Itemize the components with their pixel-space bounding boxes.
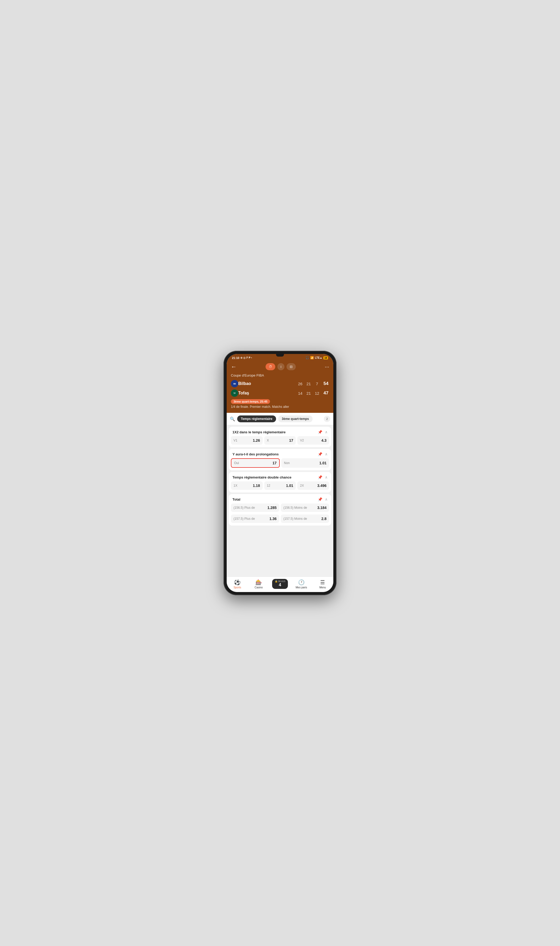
- section-prolongations: Y aura-t-il des prolongations 📌 ∧ Oui 17…: [229, 449, 331, 470]
- tab-scores[interactable]: ⏱: [266, 363, 275, 370]
- info-icon: i: [280, 365, 281, 369]
- chevron-icon-4[interactable]: ∧: [325, 497, 328, 501]
- notification-icons: ⊕ ◎ P ₱ •: [240, 356, 252, 359]
- chevron-icon-3[interactable]: ∧: [325, 475, 328, 479]
- bet-156-plus-value: 1.285: [268, 505, 277, 510]
- section4-header: Total 📌 ∧: [229, 494, 331, 504]
- bet-v1-label: V1: [234, 439, 237, 442]
- more-button[interactable]: ···: [325, 364, 329, 370]
- team1-name: Bilbao: [238, 381, 298, 386]
- bet-oui-value: 17: [272, 461, 277, 465]
- bet-x-label: X: [267, 439, 269, 442]
- headphone-icon: 🎧: [306, 356, 309, 359]
- team2-q1: 14: [298, 391, 303, 396]
- nav-sports[interactable]: ⚽ Sports: [227, 579, 248, 589]
- pin-icon-1[interactable]: 📌: [318, 430, 322, 434]
- bet-badge-container: 🔒 30.615 4: [272, 579, 288, 589]
- tab-info[interactable]: i: [277, 363, 285, 370]
- nav-menu[interactable]: ☰ Menu: [312, 579, 333, 589]
- section-total: Total 📌 ∧ (156.5) Plus de 1.285 (156.5) …: [229, 494, 331, 525]
- search-icon[interactable]: 🔍: [230, 416, 235, 422]
- bet-badge-amount: 🔒 30.615: [275, 580, 286, 582]
- bet-v2-label: V2: [300, 439, 304, 442]
- signal-icons: LTE▲: [315, 356, 322, 359]
- bet-non-value: 1.01: [319, 461, 326, 465]
- team2-total: 47: [323, 390, 329, 396]
- bet-157-plus[interactable]: (157.5) Plus de 1.36: [231, 515, 279, 523]
- camera-notch: [276, 354, 284, 357]
- chevron-icon-1[interactable]: ∧: [325, 430, 328, 434]
- sports-icon: ⚽: [234, 579, 241, 585]
- bet-12-value: 1.01: [286, 484, 293, 488]
- filter-regular-time[interactable]: Temps réglementaire: [237, 416, 276, 422]
- team2-q3: 12: [314, 391, 320, 396]
- team2-name: Tofaş: [238, 391, 298, 396]
- battery-indicator: 19: [323, 356, 328, 359]
- nav-casino[interactable]: 🎰 Casino: [248, 579, 269, 589]
- bet-12[interactable]: 12 1.01: [264, 481, 296, 490]
- pin-icon-2[interactable]: 📌: [318, 452, 322, 456]
- tab-bracket[interactable]: ⊟: [286, 363, 296, 370]
- section1-title: 1X2 dans le temps réglementaire: [232, 430, 318, 434]
- bet-157-moins[interactable]: (157.5) Moins de 2.8: [281, 515, 329, 523]
- bet-non-label: Non: [284, 461, 290, 465]
- mes-paris-label: Mes paris: [296, 586, 307, 589]
- bet-v2[interactable]: V2 4.3: [297, 436, 329, 445]
- time-display: 21:10: [232, 356, 239, 359]
- header-area: ← ⏱ i ⊟ ··· Coupe d'Europe FIBA BB: [227, 361, 333, 413]
- casino-icon: 🎰: [255, 579, 262, 585]
- phone-frame: 21:10 ⊕ ◎ P ₱ • 🎧 📶 LTE▲ 19 ← ⏱: [223, 351, 337, 595]
- section-1x2: 1X2 dans le temps réglementaire 📌 ∧ V1 1…: [229, 427, 331, 447]
- competition-name: Coupe d'Europe FIBA: [231, 373, 329, 377]
- bet-x[interactable]: X 17: [264, 436, 296, 445]
- bet-156-plus-label: (156.5) Plus de: [234, 506, 255, 510]
- bet-156-moins[interactable]: (156.5) Moins de 3.184: [281, 504, 329, 512]
- match-info: 1/4 de finale. Premier match. Matchs all…: [231, 405, 329, 408]
- team1-q1: 26: [298, 382, 303, 386]
- bet-1x-label: 1X: [234, 484, 237, 487]
- mes-paris-icon: 🕐: [298, 579, 305, 585]
- bet-2x[interactable]: 2X 3.496: [297, 481, 329, 490]
- bet-1x[interactable]: 1X 1.18: [231, 481, 263, 490]
- team1-total: 54: [323, 381, 329, 386]
- menu-icon: ☰: [320, 579, 325, 585]
- team2-logo: TF: [231, 390, 238, 397]
- team1-scores: 26 21 7 54: [298, 381, 329, 386]
- status-left: 21:10 ⊕ ◎ P ₱ •: [232, 356, 252, 359]
- bottom-nav: ⚽ Sports 🎰 Casino 🔒 30.615 4 🕐 Mes paris: [227, 576, 333, 592]
- nav-bet-badge[interactable]: 🔒 30.615 4: [269, 579, 291, 589]
- pin-icon-4[interactable]: 📌: [318, 497, 322, 501]
- team1-q3: 7: [314, 382, 320, 386]
- bet-oui[interactable]: Oui 17: [231, 458, 280, 468]
- bet-2x-value: 3.496: [317, 484, 326, 488]
- bet-156-moins-value: 3.184: [317, 505, 326, 510]
- nav-mes-paris[interactable]: 🕐 Mes paris: [291, 579, 312, 589]
- bet-156-moins-label: (156.5) Moins de: [283, 506, 307, 510]
- bet-157-plus-value: 1.36: [269, 517, 277, 521]
- nav-row: ← ⏱ i ⊟ ···: [231, 363, 329, 370]
- bet-non[interactable]: Non 1.01: [281, 458, 329, 468]
- status-right: 🎧 📶 LTE▲ 19: [306, 356, 328, 359]
- bet-156-plus[interactable]: (156.5) Plus de 1.285: [231, 504, 279, 512]
- section1-options: V1 1.26 X 17 V2 4.3: [229, 436, 331, 447]
- scores-icon: ⏱: [269, 365, 272, 369]
- casino-label: Casino: [254, 586, 263, 589]
- back-button[interactable]: ←: [231, 364, 237, 370]
- section3-header: Temps réglementaire double chance 📌 ∧: [229, 472, 331, 481]
- bet-12-label: 12: [267, 484, 270, 487]
- filter-quarter[interactable]: 3ème quart-temps: [278, 416, 312, 422]
- bet-v1[interactable]: V1 1.26: [231, 436, 263, 445]
- pin-icon-3[interactable]: 📌: [318, 475, 322, 479]
- section4-title: Total: [232, 498, 318, 501]
- section2-options: Oui 17 Non 1.01: [229, 458, 331, 470]
- menu-label: Menu: [319, 586, 326, 589]
- team2-q2: 21: [306, 391, 311, 396]
- bet-v2-value: 4.3: [322, 438, 326, 442]
- bracket-icon: ⊟: [290, 365, 292, 369]
- bet-2x-label: 2X: [300, 484, 304, 487]
- chevron-icon-2[interactable]: ∧: [325, 452, 328, 456]
- section2-header: Y aura-t-il des prolongations 📌 ∧: [229, 449, 331, 458]
- bet-157-plus-label: (157.5) Plus de: [234, 517, 255, 521]
- bet-157-moins-value: 2.8: [322, 517, 326, 521]
- filter-row: 🔍 Temps réglementaire 3ème quart-temps 2: [227, 413, 333, 425]
